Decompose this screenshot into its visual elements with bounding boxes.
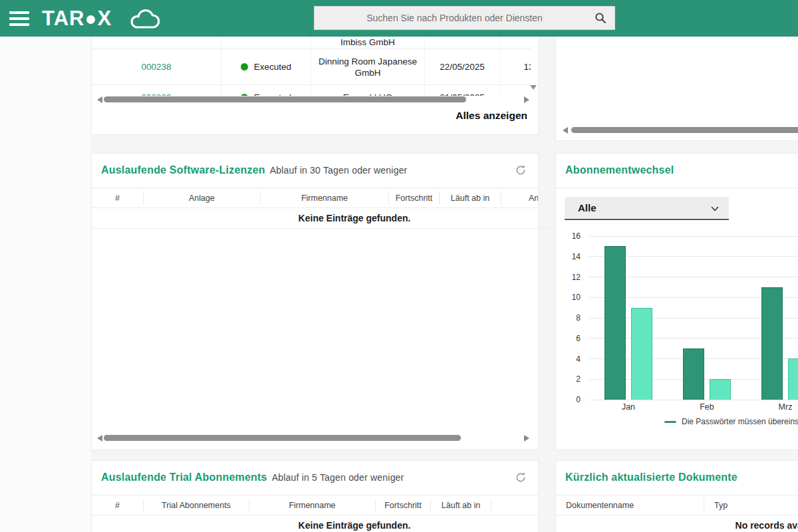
card-header: Abonnementwechsel xyxy=(556,154,798,188)
table-header-row: Dokumentenname Typ xyxy=(556,495,798,515)
top-right-card xyxy=(555,37,798,141)
bar-dark-Mrz xyxy=(761,287,783,400)
horizontal-scrollbar[interactable] xyxy=(92,94,538,105)
scroll-down-icon[interactable] xyxy=(530,85,537,90)
y-tick-label: 2 xyxy=(556,374,586,384)
subscription-changes-card: Abonnementwechsel Alle 0246810121416 Jan… xyxy=(555,153,798,450)
scrollbar-thumb[interactable] xyxy=(571,127,798,133)
legend-marker-icon xyxy=(664,421,676,423)
y-tick-label: 16 xyxy=(556,231,586,241)
horizontal-scrollbar[interactable] xyxy=(556,125,798,136)
column-header: Typ xyxy=(704,499,798,512)
amount-cell xyxy=(500,37,531,49)
column-header: # xyxy=(92,192,144,205)
scrollbar-thumb[interactable] xyxy=(104,96,466,102)
scroll-left-icon[interactable] xyxy=(97,435,102,442)
logo-text-left: TAR xyxy=(42,7,84,31)
column-header: Fortschritt xyxy=(389,192,440,205)
chart-legend: Die Passwörter müssen übereinstimmen xyxy=(664,417,798,426)
refresh-icon[interactable] xyxy=(515,471,527,483)
bar-group-Feb xyxy=(683,236,731,400)
y-axis: 0246810121416 xyxy=(556,236,586,400)
dashboard: Imbiss GmbH 000238 Executed Dinning Room… xyxy=(0,0,798,532)
x-tick-Feb: Feb xyxy=(687,402,727,412)
y-tick-label: 6 xyxy=(556,333,586,344)
column-header: Fortschritt xyxy=(376,499,431,512)
scrollbar-thumb[interactable] xyxy=(104,435,461,441)
y-tick-label: 8 xyxy=(556,313,586,323)
table-row[interactable]: Imbiss GmbH xyxy=(92,37,531,49)
card-header: Auslaufende Software-LizenzenAblauf in 3… xyxy=(92,154,538,188)
column-header: # xyxy=(92,499,144,512)
horizontal-scrollbar[interactable] xyxy=(92,433,538,444)
y-tick-label: 0 xyxy=(556,394,586,405)
scroll-right-icon[interactable] xyxy=(524,96,529,103)
scroll-left-icon[interactable] xyxy=(97,96,102,103)
legend-label: Die Passwörter müssen übereinstimmen xyxy=(682,417,798,426)
y-tick-label: 4 xyxy=(556,354,586,364)
table-header-row: # Anlage Firmenname Fortschritt Läuft ab… xyxy=(92,188,538,208)
company-cell: Dinning Room Japanese GmbH xyxy=(311,49,425,84)
card-header: Kürzlich aktualisierte Dokumente xyxy=(556,461,798,495)
status-label: Executed xyxy=(254,62,291,72)
bar-dark-Feb xyxy=(683,348,704,400)
scroll-right-icon[interactable] xyxy=(524,435,529,442)
card-title: Abonnementwechsel xyxy=(565,164,674,176)
orders-table: Imbiss GmbH 000238 Executed Dinning Room… xyxy=(92,37,531,96)
date-cell xyxy=(425,37,500,49)
updated-documents-card: Kürzlich aktualisierte Dokumente Dokumen… xyxy=(555,460,798,532)
scroll-left-icon[interactable] xyxy=(563,127,568,134)
search-bar xyxy=(314,6,615,30)
expiring-trials-card: Auslaufende Trial AbonnementsAblauf in 5… xyxy=(91,460,539,532)
column-header: Firmenname xyxy=(249,499,376,512)
status-dot-icon xyxy=(241,63,248,70)
search-input[interactable] xyxy=(315,12,595,24)
column-header: Anzahl xyxy=(501,192,538,205)
top-bar: TAR X xyxy=(0,0,798,37)
order-id-link[interactable]: 000238 xyxy=(92,49,221,84)
x-axis: JanFebMrz xyxy=(589,402,798,414)
tarox-logo: TAR X xyxy=(42,7,112,31)
bar-light-Feb xyxy=(710,379,731,400)
search-icon[interactable] xyxy=(595,12,606,24)
column-header: Trial Abonnements xyxy=(144,499,249,512)
left-gutter xyxy=(0,37,91,532)
recent-orders-card: Imbiss GmbH 000238 Executed Dinning Room… xyxy=(91,37,539,135)
empty-state-text: Keine Einträge gefunden. xyxy=(92,515,617,532)
x-tick-Mrz: Mrz xyxy=(765,402,798,412)
expiring-licenses-card: Auslaufende Software-LizenzenAblauf in 3… xyxy=(91,153,539,450)
order-id-cell xyxy=(92,37,221,49)
column-header: Läuft ab in xyxy=(431,499,491,512)
bar-light-Mrz xyxy=(788,358,798,400)
logo-text-right: X xyxy=(97,7,112,31)
filter-select[interactable]: Alle xyxy=(565,197,729,220)
table-row[interactable]: 000238 Executed Dinning Room Japanese Gm… xyxy=(92,49,531,85)
selected-filter-value: Alle xyxy=(578,202,597,213)
logo-dot-icon xyxy=(86,15,95,24)
card-title: Kürzlich aktualisierte Dokumente xyxy=(565,471,737,483)
y-tick-label: 14 xyxy=(556,251,586,262)
order-status-cell: Executed xyxy=(221,49,311,84)
order-status-cell xyxy=(221,37,311,49)
bar-group-Mrz xyxy=(761,236,798,400)
x-tick-Jan: Jan xyxy=(608,402,648,412)
column-header: Firmenname xyxy=(261,192,389,205)
company-cell: Imbiss GmbH xyxy=(311,37,425,49)
card-header: Auslaufende Trial AbonnementsAblauf in 5… xyxy=(92,461,538,495)
card-title: Auslaufende Trial AbonnementsAblauf in 5… xyxy=(101,471,404,483)
y-tick-label: 12 xyxy=(556,272,586,283)
card-subtitle: Ablauf in 30 Tagen oder weniger xyxy=(270,165,408,176)
menu-button[interactable] xyxy=(0,0,37,37)
column-header: Dokumentenname xyxy=(556,499,704,512)
column-header xyxy=(491,499,538,512)
table-header-row: # Trial Abonnements Firmenname Fortschri… xyxy=(92,495,538,515)
column-header: Läuft ab in xyxy=(440,192,501,205)
bar-light-Jan xyxy=(631,308,652,400)
refresh-icon[interactable] xyxy=(515,164,527,176)
date-cell: 22/05/2025 xyxy=(425,49,500,84)
bar-group-Jan xyxy=(604,236,652,400)
show-all-link[interactable]: Alles anzeigen xyxy=(456,110,527,122)
column-header: Anlage xyxy=(144,192,261,205)
bar-chart xyxy=(589,236,798,400)
amount-cell: 1330,00 xyxy=(500,49,531,84)
